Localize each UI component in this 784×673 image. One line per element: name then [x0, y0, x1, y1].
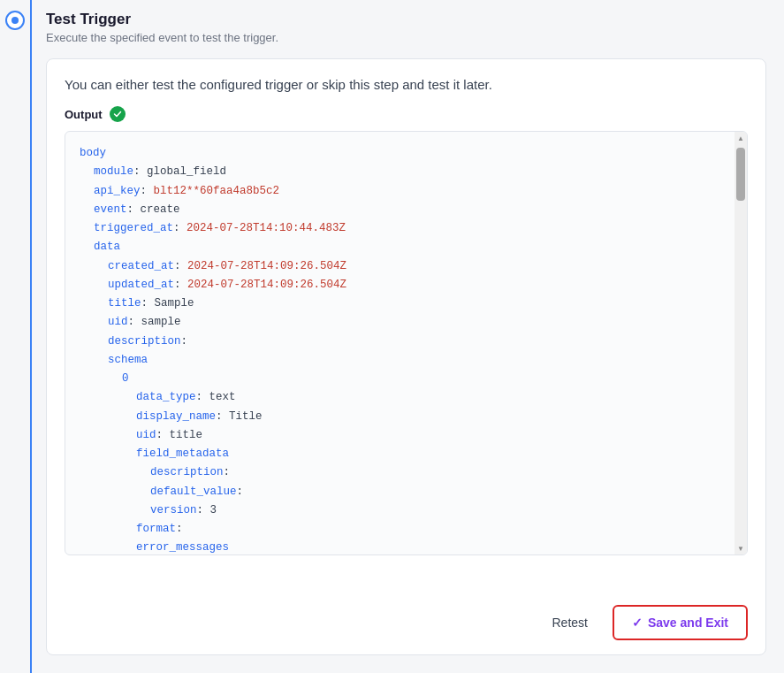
- code-sep: :: [237, 483, 250, 501]
- code-line: data: [80, 238, 720, 256]
- code-sep: :: [196, 388, 209, 407]
- code-value: Title: [229, 408, 263, 426]
- code-line: uid: title: [80, 426, 720, 445]
- page-subtitle: Execute the specified event to test the …: [46, 31, 766, 44]
- scrollbar[interactable]: ▲ ▼: [735, 132, 747, 554]
- code-value: blt12**60faa4a8b5c2: [154, 182, 280, 201]
- code-sep: :: [141, 294, 155, 313]
- code-key: updated_at: [108, 276, 174, 294]
- code-line: description:: [80, 463, 720, 482]
- code-key: data: [94, 238, 120, 256]
- code-sep: :: [197, 501, 210, 520]
- code-key: api_key: [94, 182, 141, 201]
- scrollbar-up-arrow[interactable]: ▲: [735, 132, 747, 144]
- scrollbar-thumb[interactable]: [736, 148, 745, 201]
- code-output-box: bodymodule: global_fieldapi_key: blt12**…: [65, 131, 748, 555]
- code-line: api_key: blt12**60faa4a8b5c2: [80, 182, 720, 201]
- code-key: version: [150, 501, 197, 520]
- code-line: module: global_field: [80, 163, 720, 181]
- code-key: format: [136, 520, 176, 539]
- save-check-icon: ✓: [632, 616, 643, 630]
- code-line: description:: [80, 333, 720, 351]
- scrollbar-down-arrow[interactable]: ▼: [735, 542, 747, 554]
- code-key: default_value: [150, 483, 237, 501]
- code-line: schema: [80, 351, 720, 370]
- code-key: module: [94, 163, 133, 181]
- code-value: text: [209, 388, 236, 407]
- code-sep: :: [224, 463, 237, 482]
- code-value: title: [170, 426, 203, 445]
- code-line: title: Sample: [80, 294, 720, 313]
- code-content[interactable]: bodymodule: global_fieldapi_key: blt12**…: [65, 132, 735, 554]
- step-indicator-inner: [11, 17, 19, 24]
- code-line: uid: sample: [80, 313, 720, 332]
- code-sep: :: [133, 163, 147, 181]
- main-content: Test Trigger Execute the specified event…: [32, 0, 784, 673]
- code-line: display_name: Title: [80, 408, 720, 426]
- code-key: 0: [122, 370, 129, 388]
- code-key: triggered_at: [94, 219, 173, 238]
- code-sep: :: [174, 257, 187, 276]
- code-sep: :: [156, 426, 170, 445]
- code-line: field_metadata: [80, 445, 720, 463]
- output-header: Output: [65, 106, 748, 122]
- output-label: Output: [65, 108, 103, 121]
- code-line: default_value:: [80, 483, 720, 501]
- save-exit-button[interactable]: ✓ Save and Exit: [613, 605, 748, 640]
- code-sep: :: [174, 276, 187, 294]
- code-key: body: [80, 144, 106, 163]
- code-line: body: [80, 144, 720, 163]
- code-sep: :: [128, 313, 141, 332]
- code-value: create: [141, 201, 180, 219]
- code-line: updated_at: 2024-07-28T14:09:26.504Z: [80, 276, 720, 294]
- code-key: title: [108, 294, 141, 313]
- code-key: created_at: [108, 257, 174, 276]
- footer: Retest ✓ Save and Exit: [65, 591, 748, 654]
- code-value: global_field: [147, 163, 226, 181]
- code-sep: :: [141, 182, 154, 201]
- output-success-icon: [110, 106, 126, 122]
- code-sep: :: [181, 333, 194, 351]
- code-key: description: [108, 333, 181, 351]
- code-key: uid: [136, 426, 156, 445]
- code-key: uid: [108, 313, 128, 332]
- card-description: You can either test the configured trigg…: [65, 77, 748, 92]
- code-sep: :: [176, 520, 189, 539]
- code-line: created_at: 2024-07-28T14:09:26.504Z: [80, 257, 720, 276]
- code-sep: :: [216, 408, 229, 426]
- code-value: 3: [210, 501, 217, 520]
- code-line: triggered_at: 2024-07-28T14:10:44.483Z: [80, 219, 720, 238]
- page-container: Test Trigger Execute the specified event…: [0, 0, 784, 673]
- code-key: field_metadata: [136, 445, 229, 463]
- code-line: version: 3: [80, 501, 720, 520]
- retest-button[interactable]: Retest: [541, 608, 598, 637]
- code-value: 2024-07-28T14:09:26.504Z: [187, 276, 346, 294]
- code-line: format:: [80, 520, 720, 539]
- save-exit-label: Save and Exit: [648, 616, 728, 630]
- code-key: error_messages: [136, 539, 229, 554]
- code-key: display_name: [136, 408, 216, 426]
- card: You can either test the configured trigg…: [46, 58, 766, 655]
- code-sep: :: [173, 219, 186, 238]
- code-value: 2024-07-28T14:10:44.483Z: [186, 219, 346, 238]
- code-value: Sample: [155, 294, 194, 313]
- code-key: schema: [108, 351, 148, 370]
- code-sep: :: [127, 201, 141, 219]
- code-key: event: [94, 201, 127, 219]
- page-title: Test Trigger: [46, 11, 766, 28]
- code-value: sample: [141, 313, 181, 332]
- scrollbar-track: [735, 144, 747, 542]
- code-key: data_type: [136, 388, 196, 407]
- code-line: error_messages: [80, 539, 720, 554]
- code-line: data_type: text: [80, 388, 720, 407]
- code-line: event: create: [80, 201, 720, 219]
- code-key: description: [150, 463, 224, 482]
- code-value: 2024-07-28T14:09:26.504Z: [187, 257, 346, 276]
- step-indicator: [5, 11, 25, 30]
- sidebar-strip: [0, 0, 32, 673]
- code-line: 0: [80, 370, 720, 388]
